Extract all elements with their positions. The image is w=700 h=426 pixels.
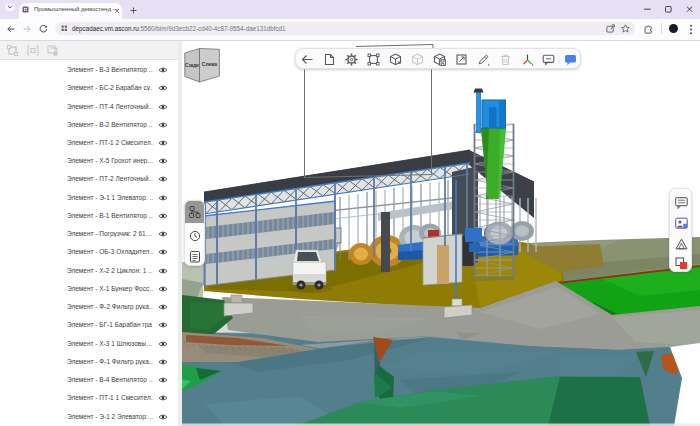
svg-text:Сзади: Сзади	[185, 63, 199, 68]
svg-text:Слева: Слева	[202, 61, 218, 67]
